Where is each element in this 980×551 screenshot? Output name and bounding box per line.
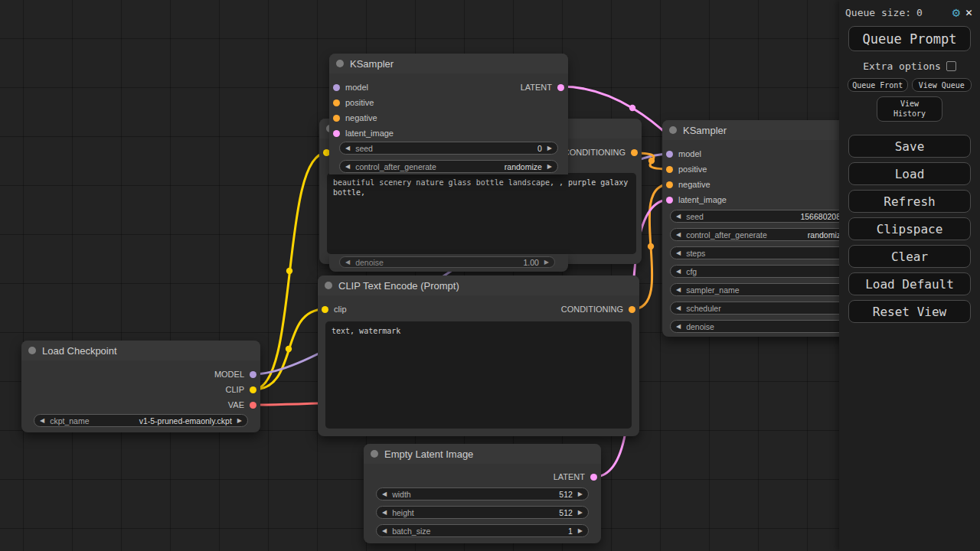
conditioning-slot-dot[interactable] xyxy=(631,149,638,156)
decrement-icon[interactable]: ◀ xyxy=(676,214,681,220)
increment-icon[interactable]: ▶ xyxy=(547,164,552,170)
increment-icon[interactable]: ▶ xyxy=(578,491,583,497)
conditioning-slot-dot[interactable] xyxy=(629,306,635,313)
prev-option-icon[interactable]: ◀ xyxy=(676,287,681,293)
increment-icon[interactable]: ▶ xyxy=(578,528,583,534)
seed-widget[interactable]: ◀ seed 1566802087 ▶ xyxy=(670,210,861,223)
output-slot-conditioning[interactable]: CONDITIONING xyxy=(561,302,635,316)
input-slot-clip[interactable]: clip xyxy=(322,302,347,316)
latent-slot-dot[interactable] xyxy=(333,130,340,137)
decrement-icon[interactable]: ◀ xyxy=(345,164,350,170)
node-titlebar[interactable]: KSampler xyxy=(329,54,568,73)
denoise-widget[interactable]: ◀ denoise ▶ xyxy=(670,320,861,333)
reset-view-button[interactable]: Reset View xyxy=(848,300,971,323)
output-slot-model[interactable]: MODEL xyxy=(214,367,256,381)
prompt-textarea-negative[interactable]: text, watermark xyxy=(325,321,632,429)
refresh-button[interactable]: Refresh xyxy=(848,190,971,213)
seed-widget[interactable]: ◀ seed 0 ▶ xyxy=(339,142,558,155)
input-slot-negative[interactable]: negative xyxy=(333,111,377,125)
output-slot-latent[interactable]: LATENT xyxy=(554,470,597,484)
steps-widget[interactable]: ◀ steps ▶ xyxy=(670,246,861,259)
node-ksampler-2[interactable]: KSampler model positive negative latent_… xyxy=(662,120,869,337)
node-collapse-dot[interactable] xyxy=(669,126,677,134)
conditioning-slot-dot[interactable] xyxy=(333,99,340,106)
input-slot-positive[interactable]: positive xyxy=(666,162,707,176)
output-slot-latent[interactable]: LATENT xyxy=(521,80,564,94)
model-slot-dot[interactable] xyxy=(250,371,256,378)
widget-label: seed xyxy=(355,144,373,153)
decrement-icon[interactable]: ◀ xyxy=(382,491,387,497)
save-button[interactable]: Save xyxy=(848,135,971,158)
input-slot-model[interactable]: model xyxy=(666,147,701,161)
node-titlebar[interactable]: Load Checkpoint xyxy=(21,341,260,360)
input-slot-positive[interactable]: positive xyxy=(333,96,374,109)
model-slot-dot[interactable] xyxy=(666,151,673,158)
denoise-widget[interactable]: ◀ denoise 1.00 ▶ xyxy=(339,256,555,268)
view-queue-button[interactable]: View Queue xyxy=(912,78,972,92)
output-slot-clip[interactable]: CLIP xyxy=(226,383,256,396)
conditioning-slot-dot[interactable] xyxy=(333,115,340,122)
close-menu-icon[interactable]: ✕ xyxy=(965,7,972,18)
sampler-name-widget[interactable]: ◀ sampler_name ▶ xyxy=(670,283,861,296)
latent-slot-dot[interactable] xyxy=(557,84,564,91)
width-widget[interactable]: ◀ width 512 ▶ xyxy=(376,487,589,500)
batch-size-widget[interactable]: ◀ batch_size 1 ▶ xyxy=(376,524,589,537)
input-slot-latent-image[interactable]: latent_image xyxy=(666,193,727,207)
decrement-icon[interactable]: ◀ xyxy=(676,324,681,330)
view-history-button[interactable]: View History xyxy=(877,96,942,122)
queue-prompt-button[interactable]: Queue Prompt xyxy=(848,26,971,51)
node-empty-latent-image[interactable]: Empty Latent Image LATENT ◀ width 512 ▶ … xyxy=(364,444,601,543)
decrement-icon[interactable]: ◀ xyxy=(676,250,681,256)
conditioning-slot-dot[interactable] xyxy=(666,166,673,173)
extra-options-checkbox[interactable] xyxy=(946,61,956,71)
decrement-icon[interactable]: ◀ xyxy=(382,510,387,516)
decrement-icon[interactable]: ◀ xyxy=(345,145,350,152)
settings-gear-icon[interactable]: ⚙ xyxy=(952,6,960,19)
latent-slot-dot[interactable] xyxy=(590,474,597,481)
input-slot-latent-image[interactable]: latent_image xyxy=(333,126,394,140)
latent-slot-dot[interactable] xyxy=(666,197,673,204)
decrement-icon[interactable]: ◀ xyxy=(676,269,681,275)
slot-label: CONDITIONING xyxy=(564,148,626,157)
height-widget[interactable]: ◀ height 512 ▶ xyxy=(376,506,589,519)
node-collapse-dot[interactable] xyxy=(28,347,36,354)
prev-option-icon[interactable]: ◀ xyxy=(40,418,44,424)
conditioning-slot-dot[interactable] xyxy=(666,181,673,188)
node-ksampler-1[interactable]: KSampler model positive negative latent_… xyxy=(329,54,568,272)
vae-slot-dot[interactable] xyxy=(250,402,256,409)
ckpt-name-widget[interactable]: ◀ ckpt_name v1-5-pruned-emaonly.ckpt ▶ xyxy=(34,414,248,427)
increment-icon[interactable]: ▶ xyxy=(578,510,583,516)
next-option-icon[interactable]: ▶ xyxy=(237,418,242,424)
node-collapse-dot[interactable] xyxy=(371,450,378,458)
model-slot-dot[interactable] xyxy=(333,84,340,91)
clip-slot-dot[interactable] xyxy=(250,386,256,393)
cfg-widget[interactable]: ◀ cfg ▶ xyxy=(670,265,861,278)
node-titlebar[interactable]: Empty Latent Image xyxy=(364,444,601,464)
load-button[interactable]: Load xyxy=(848,162,971,185)
queue-front-button[interactable]: Queue Front xyxy=(848,78,908,92)
widget-value: randomize xyxy=(505,162,542,171)
node-collapse-dot[interactable] xyxy=(336,60,344,67)
clip-slot-dot[interactable] xyxy=(322,306,328,313)
scheduler-widget[interactable]: ◀ scheduler ▶ xyxy=(670,302,861,315)
node-titlebar[interactable]: KSampler xyxy=(662,120,869,140)
clipspace-button[interactable]: Clipspace xyxy=(848,217,971,240)
control-after-generate-widget[interactable]: ◀ control_after_generate randomize ▶ xyxy=(670,228,861,241)
increment-icon[interactable]: ▶ xyxy=(547,145,552,152)
node-load-checkpoint[interactable]: Load Checkpoint MODEL CLIP VAE ◀ ckpt_na… xyxy=(21,341,260,432)
node-collapse-dot[interactable] xyxy=(325,282,332,289)
clear-button[interactable]: Clear xyxy=(848,245,971,268)
node-titlebar[interactable]: CLIP Text Encode (Prompt) xyxy=(318,276,639,295)
node-clip-text-encode-negative[interactable]: CLIP Text Encode (Prompt) clip CONDITION… xyxy=(318,276,639,436)
increment-icon[interactable]: ▶ xyxy=(544,259,549,266)
decrement-icon[interactable]: ◀ xyxy=(676,232,681,238)
input-slot-model[interactable]: model xyxy=(333,80,368,94)
input-slot-negative[interactable]: negative xyxy=(666,178,710,191)
load-default-button[interactable]: Load Default xyxy=(848,272,971,295)
control-after-generate-widget[interactable]: ◀ control_after_generate randomize ▶ xyxy=(339,160,558,173)
output-slot-vae[interactable]: VAE xyxy=(228,398,256,412)
output-slot-conditioning[interactable]: CONDITIONING xyxy=(564,145,638,159)
decrement-icon[interactable]: ◀ xyxy=(382,528,387,534)
decrement-icon[interactable]: ◀ xyxy=(345,259,350,266)
prev-option-icon[interactable]: ◀ xyxy=(676,305,681,311)
